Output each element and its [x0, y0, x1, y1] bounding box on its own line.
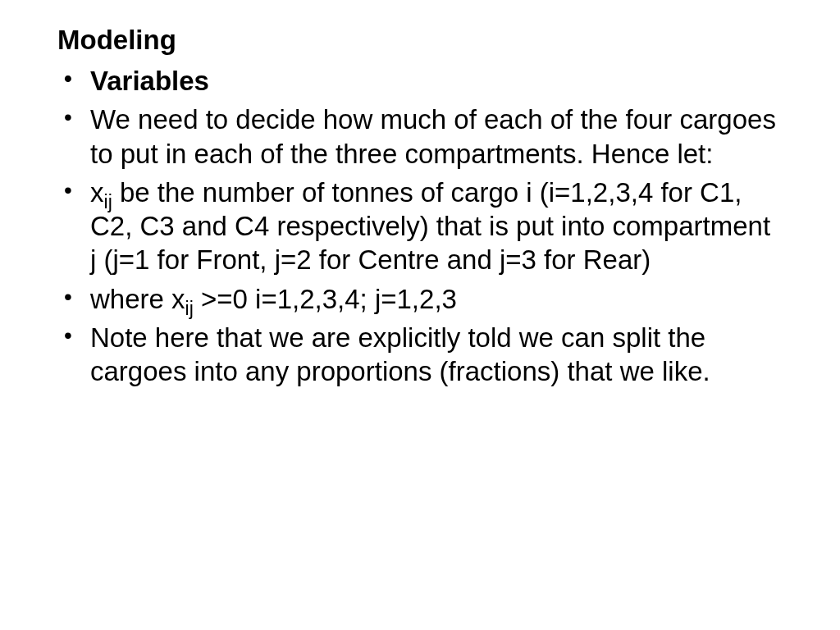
text-where-rest: >=0 i=1,2,3,4; j=1,2,3	[194, 284, 457, 314]
bullet-note: Note here that we are explicitly told we…	[57, 321, 783, 389]
bullet-decide: We need to decide how much of each of th…	[57, 103, 783, 171]
text-where-x: where x	[90, 284, 185, 314]
text-sub-ij: ij	[104, 190, 112, 212]
text-sub-ij-2: ij	[185, 297, 194, 318]
slide-title: Modeling	[57, 25, 783, 56]
text-x: x	[90, 177, 104, 208]
slide-content: Modeling Variables We need to decide how…	[0, 0, 840, 418]
bullet-list: Variables We need to decide how much of …	[57, 64, 783, 388]
bullet-xij-def: xij be the number of tonnes of cargo i (…	[57, 176, 783, 277]
bullet-where: where xij >=0 i=1,2,3,4; j=1,2,3	[57, 282, 783, 316]
text-xij-def-rest: be the number of tonnes of cargo i (i=1,…	[90, 177, 770, 276]
bullet-variables: Variables	[57, 64, 783, 98]
